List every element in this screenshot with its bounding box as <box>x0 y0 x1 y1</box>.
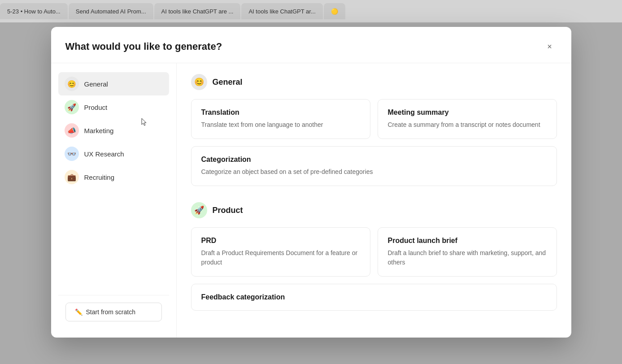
card-desc-translation: Translate text from one language to anot… <box>201 120 360 130</box>
main-content: 😊GeneralTranslationTranslate text from o… <box>177 63 571 338</box>
card-product-launch-brief[interactable]: Product launch briefDraft a launch brief… <box>378 227 557 277</box>
sidebar-item-uxresearch[interactable]: 👓UX Research <box>58 142 169 165</box>
sidebar-item-marketing[interactable]: 📣Marketing <box>58 119 169 142</box>
modal-body: 😊General🚀Product📣Marketing👓UX Research💼R… <box>51 63 571 338</box>
recruiting-icon: 💼 <box>65 170 79 184</box>
card-prd[interactable]: PRDDraft a Product Requirements Document… <box>191 227 370 277</box>
browser-tab[interactable]: AI tools like ChatGPT ar... <box>241 3 322 19</box>
section-header-general: 😊General <box>191 74 557 90</box>
sidebar-item-label-recruiting: Recruiting <box>84 173 115 181</box>
card-title-meeting-summary: Meeting summary <box>388 108 547 117</box>
card-desc-prd: Draft a Product Requirements Document fo… <box>201 248 360 267</box>
browser-tab[interactable]: 5-23 • How to Auto... <box>0 3 68 19</box>
section-title-product: Product <box>213 206 243 215</box>
sidebar-item-product[interactable]: 🚀Product <box>58 95 169 119</box>
card-title-feedback-categorization: Feedback categorization <box>201 293 547 301</box>
sidebar-item-label-general: General <box>84 80 108 88</box>
card-desc-categorization: Categorize an object based on a set of p… <box>201 167 547 177</box>
browser-tab[interactable]: Send Automated AI Prom... <box>69 3 153 19</box>
marketing-icon: 📣 <box>65 123 79 138</box>
scratch-label: Start from scratch <box>86 308 135 316</box>
browser-tab[interactable]: 🟡 <box>324 3 345 19</box>
card-title-prd: PRD <box>201 237 360 245</box>
cards-grid-general: TranslationTranslate text from one langu… <box>191 99 557 186</box>
close-button[interactable]: × <box>543 39 557 54</box>
modal-header: What would you like to generate? × <box>51 27 571 63</box>
modal: What would you like to generate? × 😊Gene… <box>51 27 571 338</box>
browser-tab[interactable]: AI tools like ChatGPT are ... <box>154 3 241 19</box>
uxresearch-icon: 👓 <box>65 147 79 161</box>
modal-title: What would you like to generate? <box>65 41 222 52</box>
sidebar-bottom: ✏️ Start from scratch <box>58 295 169 329</box>
card-title-categorization: Categorization <box>201 156 547 164</box>
section-header-product: 🚀Product <box>191 202 557 218</box>
sidebar-item-general[interactable]: 😊General <box>58 72 169 95</box>
section-icon-product: 🚀 <box>191 202 207 218</box>
card-translation[interactable]: TranslationTranslate text from one langu… <box>191 99 370 139</box>
sidebar-items: 😊General🚀Product📣Marketing👓UX Research💼R… <box>58 72 169 189</box>
sidebar-item-recruiting[interactable]: 💼Recruiting <box>58 165 169 189</box>
section-icon-general: 😊 <box>191 74 207 90</box>
scratch-icon: ✏️ <box>75 308 83 316</box>
sidebar-item-label-uxresearch: UX Research <box>84 150 124 158</box>
cards-grid-product: PRDDraft a Product Requirements Document… <box>191 227 557 311</box>
sidebar-item-label-product: Product <box>84 104 108 111</box>
card-feedback-categorization[interactable]: Feedback categorization <box>191 284 557 311</box>
sections-container: 😊GeneralTranslationTranslate text from o… <box>191 74 557 311</box>
card-title-product-launch-brief: Product launch brief <box>388 237 547 245</box>
browser-tabs: 5-23 • How to Auto...Send Automated AI P… <box>0 0 622 22</box>
general-icon: 😊 <box>65 77 79 91</box>
modal-overlay: What would you like to generate? × 😊Gene… <box>0 22 622 364</box>
card-title-translation: Translation <box>201 108 360 117</box>
product-icon: 🚀 <box>65 100 79 114</box>
section-title-general: General <box>213 78 243 87</box>
card-categorization[interactable]: CategorizationCategorize an object based… <box>191 146 557 186</box>
sidebar: 😊General🚀Product📣Marketing👓UX Research💼R… <box>51 63 177 338</box>
sidebar-item-label-marketing: Marketing <box>84 127 114 134</box>
card-desc-product-launch-brief: Draft a launch brief to share with marke… <box>388 248 547 267</box>
card-meeting-summary[interactable]: Meeting summaryCreate a summary from a t… <box>378 99 557 139</box>
card-desc-meeting-summary: Create a summary from a transcript or no… <box>388 120 547 130</box>
start-from-scratch-button[interactable]: ✏️ Start from scratch <box>65 303 162 321</box>
